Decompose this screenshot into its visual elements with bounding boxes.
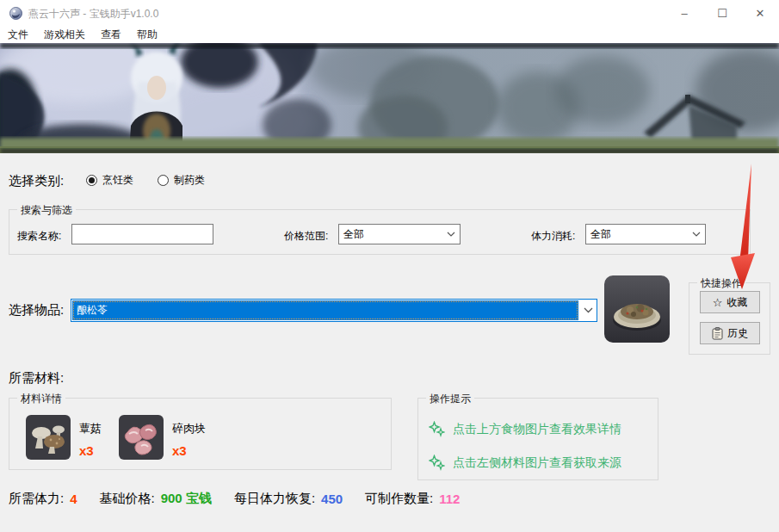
tip-text: 点击左侧材料图片查看获取来源 bbox=[453, 455, 621, 471]
sparkle-icon bbox=[429, 421, 445, 437]
game-banner-image bbox=[0, 43, 779, 153]
item-select-selection: 酿松苓 bbox=[72, 300, 578, 320]
materials-group-title: 材料详情 bbox=[17, 392, 65, 406]
item-select-combobox[interactable]: 酿松苓 bbox=[71, 299, 597, 322]
chevron-down-icon bbox=[442, 232, 460, 237]
menu-file[interactable]: 文件 bbox=[0, 26, 36, 43]
tip-item: 点击上方食物图片查看效果详情 bbox=[429, 421, 621, 437]
clipboard-icon bbox=[712, 327, 723, 340]
radio-medicine-circle bbox=[158, 175, 169, 186]
app-icon bbox=[9, 7, 22, 20]
daily-stamina-recovery-value: 450 bbox=[321, 492, 343, 506]
search-input[interactable] bbox=[71, 224, 213, 244]
price-range-select[interactable]: 全部 bbox=[338, 224, 461, 244]
stamina-cost-label: 体力消耗: bbox=[531, 229, 575, 244]
menu-game-related[interactable]: 游戏相关 bbox=[36, 26, 93, 43]
minimize-button[interactable]: – bbox=[665, 0, 703, 26]
history-button-label: 历史 bbox=[727, 326, 748, 341]
item-select-label: 选择物品: bbox=[9, 302, 64, 319]
item-select-value: 酿松苓 bbox=[72, 303, 108, 318]
menu-help[interactable]: 帮助 bbox=[129, 26, 165, 43]
app-window: 燕云十六声 - 宝钱助手v1.0.0 – ☐ ✕ 文件 游戏相关 查看 帮助 bbox=[0, 0, 779, 532]
required-stamina-label: 所需体力: bbox=[9, 491, 64, 507]
category-radio-group: 烹饪类 制药类 bbox=[86, 173, 205, 188]
radio-cooking[interactable]: 烹饪类 bbox=[86, 173, 133, 188]
required-stamina-value: 4 bbox=[70, 492, 77, 506]
history-button[interactable]: 历史 bbox=[700, 322, 760, 344]
search-name-label: 搜索名称: bbox=[17, 229, 61, 244]
material-count: x3 bbox=[172, 443, 187, 458]
material-image-mushroom[interactable] bbox=[26, 415, 71, 460]
base-price-label: 基础价格: bbox=[100, 491, 155, 507]
star-icon: ☆ bbox=[713, 297, 723, 308]
chevron-down-icon bbox=[688, 232, 705, 237]
status-bar: 所需体力: 4 基础价格: 900 宝钱 每日体力恢复: 450 可制作数量: … bbox=[9, 491, 460, 507]
quick-actions-group-title: 快捷操作 bbox=[697, 276, 745, 291]
radio-cooking-label: 烹饪类 bbox=[102, 173, 133, 188]
radio-medicine-label: 制药类 bbox=[174, 173, 205, 188]
material-name: 蕈菇 bbox=[79, 421, 102, 436]
material-name: 碎肉块 bbox=[172, 421, 206, 436]
menu-view[interactable]: 查看 bbox=[93, 26, 129, 43]
stamina-cost-select[interactable]: 全部 bbox=[585, 224, 706, 244]
craftable-quantity-value: 112 bbox=[439, 492, 460, 506]
tip-item: 点击左侧材料图片查看获取来源 bbox=[429, 455, 621, 471]
price-range-label: 价格范围: bbox=[284, 229, 328, 244]
tips-group-title: 操作提示 bbox=[426, 392, 474, 406]
radio-medicine[interactable]: 制药类 bbox=[158, 173, 205, 188]
maximize-button[interactable]: ☐ bbox=[703, 0, 741, 26]
favorite-button[interactable]: ☆ 收藏 bbox=[700, 291, 760, 313]
base-price-value: 900 宝钱 bbox=[161, 491, 212, 507]
stamina-cost-value: 全部 bbox=[586, 227, 688, 242]
radio-cooking-circle bbox=[86, 175, 97, 186]
tip-text: 点击上方食物图片查看效果详情 bbox=[453, 422, 621, 437]
menu-bar: 文件 游戏相关 查看 帮助 bbox=[0, 26, 779, 43]
category-label: 选择类别: bbox=[9, 173, 64, 189]
craftable-quantity-label: 可制作数量: bbox=[365, 491, 433, 507]
chevron-down-icon bbox=[579, 300, 597, 321]
close-button[interactable]: ✕ bbox=[741, 0, 779, 26]
food-image[interactable] bbox=[604, 275, 670, 343]
window-title: 燕云十六声 - 宝钱助手v1.0.0 bbox=[28, 7, 158, 22]
daily-stamina-recovery-label: 每日体力恢复: bbox=[234, 491, 315, 507]
title-bar: 燕云十六声 - 宝钱助手v1.0.0 – ☐ ✕ bbox=[0, 0, 779, 26]
search-filter-group-title: 搜索与筛选 bbox=[17, 203, 76, 218]
materials-section-label: 所需材料: bbox=[9, 370, 64, 387]
price-range-value: 全部 bbox=[339, 227, 442, 242]
favorite-button-label: 收藏 bbox=[726, 295, 747, 310]
material-image-meat[interactable] bbox=[119, 415, 164, 460]
sparkle-icon bbox=[429, 455, 445, 471]
material-count: x3 bbox=[79, 443, 94, 458]
